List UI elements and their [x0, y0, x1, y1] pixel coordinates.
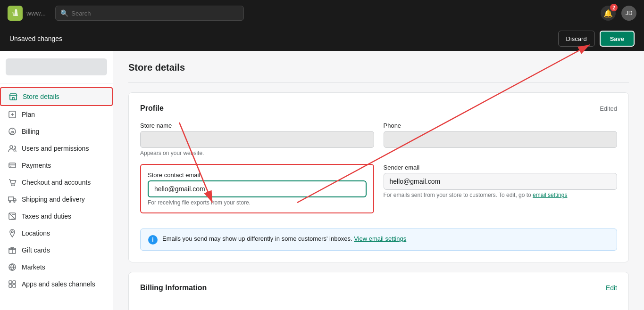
- phone-group: Phone: [384, 122, 618, 156]
- billing-title: Billing Information: [140, 284, 207, 292]
- sidebar-label-locations: Locations: [22, 229, 50, 237]
- discard-button[interactable]: Discard: [558, 31, 595, 47]
- sidebar-item-store-details[interactable]: Store details: [0, 87, 113, 106]
- sidebar-label-markets: Markets: [22, 263, 45, 271]
- sender-email-group: Sender email For emails sent from your s…: [384, 164, 618, 198]
- sidebar-item-shipping[interactable]: Shipping and delivery: [0, 191, 113, 208]
- store-icon: [8, 92, 18, 101]
- checkout-icon: [8, 178, 17, 187]
- contact-email-group: Store contact email For receiving file e…: [140, 164, 374, 221]
- sender-email-label: Sender email: [384, 164, 618, 171]
- sidebar-label-apps: Apps and sales channels: [22, 280, 95, 288]
- search-bar[interactable]: 🔍: [55, 6, 244, 21]
- apps-icon: [8, 279, 17, 289]
- sidebar-label-shipping: Shipping and delivery: [22, 196, 85, 203]
- svg-point-7: [9, 201, 11, 203]
- svg-point-10: [11, 231, 13, 233]
- sidebar-label-users: Users and permissions: [22, 145, 89, 152]
- info-icon: i: [148, 235, 158, 245]
- sidebar-label-gift-cards: Gift cards: [22, 246, 50, 254]
- locations-icon: [8, 228, 17, 238]
- sender-email-hint: For emails sent from your store to custo…: [384, 192, 618, 198]
- svg-point-5: [11, 185, 12, 186]
- svg-point-3: [10, 146, 13, 148]
- notification-badge: 2: [610, 4, 618, 11]
- svg-rect-13: [9, 281, 12, 284]
- billing-info-card: Billing Information Edit: [128, 272, 629, 310]
- billing-card-header: Billing Information Edit: [140, 284, 617, 292]
- sidebar-item-apps[interactable]: Apps and sales channels: [0, 276, 113, 293]
- title-divider: [128, 82, 629, 83]
- page-title: Store details: [128, 62, 629, 73]
- sidebar-item-payments[interactable]: Payments: [0, 157, 113, 174]
- contact-email-label: Store contact email: [148, 171, 367, 179]
- shopify-logo: [8, 6, 23, 21]
- profile-title: Profile: [140, 104, 164, 113]
- info-banner-text: Emails you send may show up differently …: [162, 235, 406, 243]
- profile-card-header: Profile Edited: [140, 104, 617, 113]
- email-row: Store contact email For receiving file e…: [140, 164, 617, 221]
- sidebar-label-checkout: Checkout and accounts: [22, 179, 91, 186]
- svg-rect-14: [13, 281, 16, 284]
- top-nav: www... 🔍 🔔 2 JD: [0, 0, 644, 26]
- billing-icon: [8, 127, 17, 136]
- main-layout: Store details Plan Billing: [0, 51, 644, 310]
- plan-icon: [8, 110, 17, 119]
- phone-label: Phone: [384, 122, 618, 129]
- unsaved-actions: Discard Save: [558, 31, 635, 47]
- unsaved-label: Unsaved changes: [9, 35, 62, 42]
- info-banner-message: Emails you send may show up differently …: [162, 235, 352, 242]
- sidebar-label-store-details: Store details: [23, 93, 59, 100]
- svg-point-6: [14, 185, 15, 186]
- contact-email-input[interactable]: [148, 180, 367, 197]
- billing-edit-link[interactable]: Edit: [606, 284, 617, 292]
- info-banner: i Emails you send may show up differentl…: [140, 228, 617, 251]
- store-logo-placeholder: [6, 58, 107, 75]
- payments-icon: [8, 161, 17, 170]
- sidebar-item-billing[interactable]: Billing: [0, 123, 113, 140]
- contact-email-hint: For receiving file exports from your sto…: [148, 199, 367, 206]
- shipping-icon: [8, 195, 17, 204]
- svg-rect-15: [9, 285, 12, 287]
- sidebar-item-markets[interactable]: Markets: [0, 259, 113, 276]
- contact-email-section: Store contact email For receiving file e…: [140, 164, 374, 213]
- search-input[interactable]: [71, 10, 239, 17]
- store-name-nav: www...: [26, 9, 46, 17]
- name-phone-row: Store name Appears on your website. Phon…: [140, 122, 617, 156]
- users-icon: [8, 144, 17, 153]
- svg-rect-4: [9, 163, 16, 168]
- sidebar-label-taxes: Taxes and duties: [22, 212, 71, 220]
- view-email-settings-link[interactable]: View email settings: [354, 235, 406, 242]
- sender-hint-text: For emails sent from your store to custo…: [384, 192, 531, 198]
- sidebar-item-users[interactable]: Users and permissions: [0, 140, 113, 157]
- sidebar-item-plan[interactable]: Plan: [0, 106, 113, 123]
- svg-point-8: [14, 201, 15, 203]
- search-icon: 🔍: [60, 9, 68, 17]
- markets-icon: [8, 262, 17, 272]
- save-button[interactable]: Save: [600, 31, 635, 47]
- main-content: Store details Profile Edited Store name …: [113, 51, 644, 310]
- sidebar-divider-top: [0, 83, 113, 83]
- email-settings-link[interactable]: email settings: [533, 192, 567, 198]
- nav-right: 🔔 2 JD: [601, 6, 636, 21]
- avatar-btn[interactable]: JD: [621, 6, 636, 21]
- store-name-group: Store name Appears on your website.: [140, 122, 374, 156]
- notification-btn[interactable]: 🔔 2: [601, 6, 616, 21]
- sidebar-item-gift-cards[interactable]: Gift cards: [0, 242, 113, 259]
- store-name-label: Store name: [140, 122, 374, 129]
- taxes-icon: [8, 212, 17, 221]
- sidebar-item-locations[interactable]: Locations: [0, 225, 113, 242]
- phone-input[interactable]: [384, 131, 618, 148]
- sender-email-input: [384, 173, 618, 190]
- store-name-input[interactable]: [140, 131, 374, 148]
- sidebar-label-plan: Plan: [22, 111, 35, 118]
- logo-area: www...: [8, 6, 46, 21]
- svg-rect-16: [13, 285, 16, 287]
- avatar-initials: JD: [626, 10, 633, 16]
- unsaved-changes-bar: Unsaved changes Discard Save: [0, 26, 644, 51]
- sidebar-item-checkout[interactable]: Checkout and accounts: [0, 174, 113, 191]
- sidebar-label-billing: Billing: [22, 128, 39, 135]
- sidebar-item-taxes[interactable]: Taxes and duties: [0, 208, 113, 225]
- profile-card: Profile Edited Store name Appears on you…: [128, 92, 629, 262]
- sidebar-label-payments: Payments: [22, 162, 51, 169]
